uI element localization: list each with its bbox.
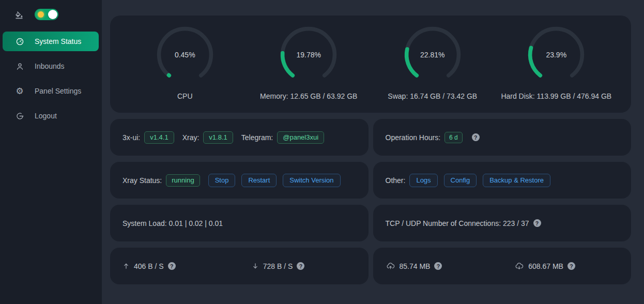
config-button[interactable]: Config [444,174,477,187]
cloud-upload-icon [386,262,395,270]
telegram-label: Telegram: [241,133,273,142]
stop-button[interactable]: Stop [208,174,236,187]
disk-percent: 23.9% [525,24,587,86]
toggle-knob [48,10,57,19]
xray-version-tag: v1.8.1 [203,131,233,144]
operation-hours-label: Operation Hours: [386,133,441,142]
swap-percent: 22.81% [402,24,464,86]
disk-gauge: 23.9% Hard Disk: 113.99 GB / 476.94 GB [495,24,619,100]
xray-version-label: Xray: [182,133,200,142]
other-actions-card: Other: Logs Config Backup & Restore [373,162,632,199]
question-circle-icon[interactable]: ? [297,262,304,270]
dark-mode-toggle[interactable] [35,9,58,20]
theme-paint-icon [14,10,24,19]
xui-version-label: 3x-ui: [122,133,140,142]
total-traffic-card: 85.74 MB ? 608.67 MB ? [373,248,632,284]
sidebar-item-label: Inbounds [35,62,65,70]
question-circle-icon[interactable]: ? [434,262,442,270]
system-status-page: 0.45% CPU 19.78% Memory: 12.65 GB / 63.9… [102,0,644,304]
download-speed-value: 728 B / S [263,262,293,270]
sun-icon [38,11,44,18]
sidebar-item-logout[interactable]: Logout [3,106,99,126]
xray-status-tag: running [166,174,200,187]
cpu-gauge: 0.45% CPU [123,24,247,100]
total-download-value: 608.67 MB [528,262,563,270]
swap-label: Swap: 16.74 GB / 73.42 GB [388,92,477,100]
xray-status-card: Xray Status: running Stop Restart Switch… [110,162,369,199]
sidebar: System Status Inbounds ⚙ Panel Settings [0,0,102,304]
sidebar-item-inbounds[interactable]: Inbounds [3,56,99,76]
total-upload: 85.74 MB ? [373,262,502,270]
arrow-up-icon [122,262,130,270]
upload-speed: 406 B / S ? [110,262,239,270]
sidebar-item-label: Panel Settings [35,87,81,95]
dashboard-icon [15,37,24,46]
connections-card: TCP / UDP Number of Connections: 223 / 3… [373,205,632,241]
memory-label: Memory: 12.65 GB / 63.92 GB [260,92,357,100]
cloud-download-icon [514,262,524,270]
connections-text: TCP / UDP Number of Connections: 223 / 3… [386,219,529,227]
switch-version-button[interactable]: Switch Version [283,174,340,187]
system-load-card: System Load: 0.01 | 0.02 | 0.01 [110,205,369,241]
cpu-percent: 0.45% [154,24,216,86]
sidebar-item-label: Logout [35,112,57,120]
arrow-down-icon [252,262,259,270]
memory-percent: 19.78% [278,24,340,86]
question-circle-icon[interactable]: ? [168,262,176,270]
logs-button[interactable]: Logs [409,174,437,187]
sidebar-item-panel-settings[interactable]: ⚙ Panel Settings [3,81,99,101]
versions-card: 3x-ui: v1.4.1 Xray: v1.8.1 Telegram: @pa… [110,119,369,156]
sidebar-item-label: System Status [35,37,81,45]
operation-hours-card: Operation Hours: 6 d ? [373,119,632,156]
xray-status-label: Xray Status: [122,176,162,185]
question-circle-icon[interactable]: ? [472,133,480,141]
logout-icon [15,112,24,120]
swap-gauge: 22.81% Swap: 16.74 GB / 73.42 GB [371,24,495,100]
telegram-handle-tag[interactable]: @panel3xui [277,131,324,144]
network-speed-card: 406 B / S ? 728 B / S ? [110,248,369,284]
user-icon [15,62,24,71]
download-speed: 728 B / S ? [239,262,369,270]
upload-speed-value: 406 B / S [134,262,164,270]
gear-icon: ⚙ [15,87,24,96]
sidebar-item-system-status[interactable]: System Status [3,32,99,51]
other-label: Other: [386,176,406,185]
sidebar-menu: System Status Inbounds ⚙ Panel Settings [0,32,102,126]
cpu-label: CPU [177,92,193,100]
xui-version-tag: v1.4.1 [144,131,174,144]
backup-restore-button[interactable]: Backup & Restore [483,174,550,187]
question-circle-icon[interactable]: ? [568,262,575,270]
theme-row [0,0,102,20]
question-circle-icon[interactable]: ? [533,219,541,227]
disk-label: Hard Disk: 113.99 GB / 476.94 GB [501,92,611,100]
restart-button[interactable]: Restart [241,174,277,187]
total-download: 608.67 MB ? [502,262,631,270]
system-load-text: System Load: 0.01 | 0.02 | 0.01 [122,219,223,227]
resource-gauges-card: 0.45% CPU 19.78% Memory: 12.65 GB / 63.9… [110,16,631,113]
total-upload-value: 85.74 MB [400,262,431,270]
operation-hours-value-tag: 6 d [444,132,463,143]
memory-gauge: 19.78% Memory: 12.65 GB / 63.92 GB [247,24,371,100]
